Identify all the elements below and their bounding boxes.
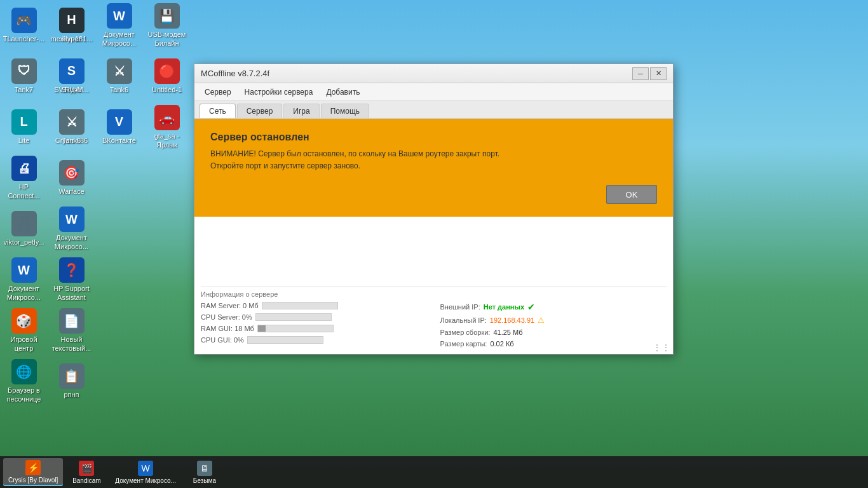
cpu-gui-bar xyxy=(247,336,323,344)
external-ip-value: Нет данных xyxy=(484,303,524,311)
viktor-icon: 🎵 xyxy=(11,211,37,236)
info-ram-server: RAM Server: 0 Мб xyxy=(201,302,428,309)
desktop-icon-label: Tank6 xyxy=(62,137,81,145)
desktop-icon-tank6[interactable]: ⚔ Tank6 xyxy=(95,51,143,102)
desktop-icon-label: Warface xyxy=(58,187,85,196)
alert-ok-button[interactable]: OK xyxy=(606,185,657,204)
gtasa-icon: 🚗 xyxy=(154,105,180,130)
gamecenter-icon: 🎲 xyxy=(11,308,37,334)
desktop-icon-hp-support[interactable]: ❓ HP Support Assistant xyxy=(48,254,95,305)
server-info-section: Информация о сервере RAM Server: 0 Мб CP… xyxy=(201,287,667,348)
desktop-icon-label: Документ Микросо... xyxy=(98,30,140,47)
info-ram-gui: RAM GUI: 18 Мб xyxy=(201,325,428,332)
local-ip-value: 192.168.43.91 xyxy=(490,316,534,324)
rpnp-icon: 📋 xyxy=(59,363,85,389)
ram-server-bar xyxy=(262,302,338,309)
desktop-icon-label: рпнп xyxy=(64,391,79,399)
info-left: RAM Server: 0 Мб CPU Server: 0% RAM GUI:… xyxy=(201,302,428,348)
bandicam-taskbar-label: Bandicam xyxy=(72,477,100,484)
doc3-icon: W xyxy=(59,207,85,232)
desktop-icon-browser[interactable]: 🌐 Браузер в песочнице xyxy=(0,356,48,407)
desktop-icon-label: gta_sa - Ярлык xyxy=(146,132,188,149)
desktop-icon-vk[interactable]: V ВКонтакте xyxy=(95,102,143,152)
bandicam-taskbar-icon: 🎬 xyxy=(79,461,94,476)
desktop-icon-warface[interactable]: 🎯 Warface xyxy=(48,152,95,203)
menu-add[interactable]: Добавить xyxy=(321,86,365,98)
taskbar-bandicam[interactable]: 🎬 Bandicam xyxy=(64,458,109,486)
desktop-icon-gta-sa[interactable]: 🚗 gta_sa - Ярлык xyxy=(143,102,191,152)
desktop-icon-doc-micro[interactable]: W Документ Микросо... xyxy=(95,0,143,51)
resize-handle[interactable]: ⋮⋮ xyxy=(653,342,670,353)
desktop-icon-new-text2[interactable]: 📄 Новый текстовый... xyxy=(48,305,95,356)
cpu-gui-label: CPU GUI: 0% xyxy=(201,336,244,344)
desktop-icon-label: Tank6 xyxy=(110,86,128,94)
desktop-icon-hyper[interactable]: H Hyper xyxy=(48,0,95,51)
desktop-icon-label: Lite xyxy=(18,137,30,145)
desktop-icon-label: Hyper xyxy=(62,35,81,43)
desktop-icon-viktor[interactable]: 🎵 viktor_petly... xyxy=(0,203,48,254)
desktop-icon-tank6b[interactable]: ⚔ Tank6 xyxy=(48,102,95,152)
alert-overlay: Сервер остановлен ВНИМАНИЕ! Сервер был о… xyxy=(194,119,673,217)
info-build-size: Размер сборки: 41.25 Мб xyxy=(440,329,667,336)
tab-help[interactable]: Помощь xyxy=(321,104,369,118)
doc-taskbar-label: Документ Микросо... xyxy=(115,477,176,484)
info-cpu-gui: CPU GUI: 0% xyxy=(201,336,428,344)
desktop-icon-label: HP Connect... xyxy=(3,183,45,200)
server-info-title: Информация о сервере xyxy=(201,287,667,298)
desktop-icon-doc-micro2[interactable]: W Документ Микросо... xyxy=(0,254,48,305)
hp-support-icon: ❓ xyxy=(59,257,85,283)
tank6b-icon: ⚔ xyxy=(59,109,85,135)
desktop-icon-label: ВКонтакте xyxy=(102,137,136,145)
desktop-icon-doc-micro3[interactable]: W Документ Микросо... xyxy=(48,203,95,254)
tab-network[interactable]: Сеть xyxy=(200,104,236,118)
tlauncher-icon: 🎮 xyxy=(11,8,37,33)
map-size-label: Размер карты: xyxy=(440,340,487,348)
desktop-icon-lite[interactable]: L Lite xyxy=(0,102,48,152)
docmicro-icon: W xyxy=(107,3,132,29)
taskbar-doc[interactable]: W Документ Микросо... xyxy=(110,458,181,486)
ram-gui-bar xyxy=(257,325,334,332)
crysis-taskbar-icon: ⚡ xyxy=(25,460,41,475)
alert-title: Сервер остановлен xyxy=(210,132,657,143)
desktop-icon-usb-modem[interactable]: 💾 USB-модем Билайн xyxy=(143,0,191,51)
info-local-ip: Локальный IP: 192.168.43.91 ⚠ xyxy=(440,316,667,325)
warface-icon: 🎯 xyxy=(59,160,85,186)
desktop-icon-label: SV.RU-M... xyxy=(54,86,89,94)
desktop-icon-label: Untitled-1 xyxy=(152,86,182,94)
bezym-taskbar-icon: 🖥 xyxy=(197,461,212,476)
menu-bar: Сервер Настройки сервера Добавить xyxy=(194,83,673,101)
close-button[interactable]: ✕ xyxy=(650,67,667,80)
alert-text-line2: Откройте порт и запустите сервер заново. xyxy=(210,160,657,172)
ram-gui-label: RAM GUI: 18 Мб xyxy=(201,325,254,332)
build-size-label: Размер сборки: xyxy=(440,329,491,336)
desktop-icon-hp[interactable]: 🖨 HP Connect... xyxy=(0,152,48,203)
crysis-taskbar-label: Crysis [By Diavol] xyxy=(8,477,58,484)
vk-icon: V xyxy=(107,109,132,135)
desktop-icon-tank7[interactable]: 🛡 Tank7 xyxy=(0,51,48,102)
content-area: Сервер Старт Статус Сервер: Остановка Al… xyxy=(194,119,673,354)
map-size-value: 0.02 Кб xyxy=(490,340,513,348)
desktop-icon-label: Документ Микросо... xyxy=(50,234,93,250)
minimize-button[interactable]: ─ xyxy=(632,67,649,80)
desktop-icon-tlauncher[interactable]: 🎮 TLauncher-... xyxy=(0,0,48,51)
cpu-server-bar xyxy=(255,313,332,321)
app-window: MCoffline v8.7.2.4f ─ ✕ Сервер Настройки… xyxy=(194,64,674,355)
tab-server[interactable]: Сервер xyxy=(237,104,283,118)
local-ip-label: Локальный IP: xyxy=(440,316,487,324)
menu-server-settings[interactable]: Настройки сервера xyxy=(240,86,318,98)
hp-icon: 🖨 xyxy=(11,156,37,181)
taskbar-crysis[interactable]: ⚡ Crysis [By Diavol] xyxy=(3,458,63,486)
untitled1-icon: 🔴 xyxy=(154,58,180,84)
external-ip-icon: ✔ xyxy=(527,302,535,312)
desktop-icon-sv-ru[interactable]: S SV.RU-M... xyxy=(48,51,95,102)
tab-game[interactable]: Игра xyxy=(283,104,319,118)
desktop-icon-rpnp[interactable]: 📋 рпнп xyxy=(48,356,95,407)
desktop-icon-label: Игровой центр xyxy=(3,336,45,352)
menu-server[interactable]: Сервер xyxy=(200,86,236,98)
desktop-icon-label: Tank7 xyxy=(15,86,33,94)
cpu-server-label: CPU Server: 0% xyxy=(201,313,252,321)
desktop-icon-game-center[interactable]: 🎲 Игровой центр xyxy=(0,305,48,356)
bezym-taskbar-label: Безыма xyxy=(193,477,216,484)
taskbar-bezym[interactable]: 🖥 Безыма xyxy=(182,458,227,486)
desktop-icon-untitled1[interactable]: 🔴 Untitled-1 xyxy=(143,51,191,102)
